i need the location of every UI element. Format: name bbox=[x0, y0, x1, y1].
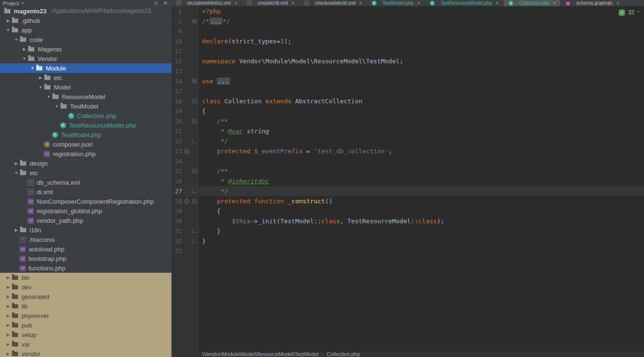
chevron-right-icon[interactable]: ▶ bbox=[5, 285, 11, 289]
close-icon[interactable]: × bbox=[234, 0, 237, 6]
override-gutter-icon[interactable]: ↑ bbox=[184, 149, 189, 154]
tree-item-lib[interactable]: ▶lib bbox=[0, 301, 171, 311]
tree-item-collection-php[interactable]: CCollection.php bbox=[0, 111, 171, 120]
code-text[interactable]: <?php bbox=[198, 8, 221, 15]
editor-line-21[interactable]: 21 * @var string bbox=[171, 126, 644, 136]
editor-line-32[interactable]: 32} bbox=[171, 236, 644, 246]
fold-expand-icon[interactable]: + bbox=[192, 19, 197, 23]
code-text[interactable]: */ bbox=[198, 138, 228, 145]
editor-line-13[interactable]: 13 bbox=[171, 66, 644, 76]
tree-item-autoload-php[interactable]: <?autoload.php bbox=[0, 244, 171, 254]
chevron-right-icon[interactable]: ▶ bbox=[5, 342, 11, 347]
tree-item-vendor[interactable]: ▶vendor bbox=[0, 349, 171, 357]
inspections-widget[interactable]: ✓ 32 ^ bbox=[619, 9, 639, 16]
tree-item-noncomposercomponentregistration-php[interactable]: <?NonComposerComponentRegistration.php bbox=[0, 197, 171, 206]
editor-line-19[interactable]: 19{ bbox=[171, 106, 644, 116]
fold-end-icon[interactable] bbox=[192, 239, 196, 243]
fold-end-icon[interactable] bbox=[192, 139, 196, 143]
fold-collapse-icon[interactable]: − bbox=[192, 199, 197, 203]
tree-item-bin[interactable]: ▶bin bbox=[0, 273, 171, 282]
tree-item-vendor-path-php[interactable]: <?vendor_path.php bbox=[0, 216, 171, 225]
tree-item-phpserver[interactable]: ▶phpserver bbox=[0, 311, 171, 320]
chevron-down-icon[interactable]: ▼ bbox=[53, 104, 60, 109]
tab-testmodel-php[interactable]: CTestModel.php× bbox=[367, 0, 425, 6]
editor-line-14[interactable]: 14+use ... bbox=[171, 76, 644, 86]
tab-schema-graphqls[interactable]: schema.graphqls× bbox=[561, 0, 624, 6]
code-text[interactable]: use ... bbox=[198, 78, 230, 85]
chevron-right-icon[interactable]: ▶ bbox=[5, 323, 11, 327]
tab-collection-php[interactable]: CCollection.php× bbox=[503, 0, 561, 6]
tree-item-generated[interactable]: ▶generated bbox=[0, 292, 171, 301]
code-text[interactable]: } bbox=[198, 228, 221, 235]
editor-line-12[interactable]: 12namespace Vendor\Module\Model\Resource… bbox=[171, 56, 644, 66]
editor-line-25[interactable]: 25− /** bbox=[171, 166, 644, 176]
editor-pane[interactable]: 1<?php2+/*...*/910declare(strict_types=1… bbox=[171, 6, 644, 351]
editor-line-30[interactable]: 30 $this->_init(TestModel::class, TestRe… bbox=[171, 216, 644, 226]
tree-item-testmodel-php[interactable]: CTestModel.php bbox=[0, 130, 171, 139]
editor-line-31[interactable]: 31 } bbox=[171, 226, 644, 236]
tree-item-code[interactable]: ▼code bbox=[0, 35, 171, 44]
code-text[interactable]: /*...*/ bbox=[198, 18, 230, 25]
override-gutter-icon[interactable]: ↑ bbox=[184, 199, 189, 204]
chevron-up-icon[interactable]: ^ bbox=[637, 10, 639, 15]
code-text[interactable]: $this->_init(TestModel::class, TestResou… bbox=[198, 218, 444, 225]
tree-item-setup[interactable]: ▶setup bbox=[0, 330, 171, 339]
chevron-down-icon[interactable]: ▼ bbox=[45, 95, 52, 99]
tree-item-model[interactable]: ▼Model bbox=[0, 82, 171, 92]
editor-line-28[interactable]: 28↑− protected function _construct() bbox=[171, 196, 644, 206]
code-text[interactable]: } bbox=[198, 238, 206, 245]
tab-checkout-etc-di-xml[interactable]: <>checkout/etc/di.xml× bbox=[299, 0, 367, 6]
chevron-down-icon[interactable]: ▼ bbox=[37, 85, 44, 89]
editor-line-18[interactable]: 18−class Collection extends AbstractColl… bbox=[171, 96, 644, 106]
fold-expand-icon[interactable]: + bbox=[192, 79, 197, 83]
tree-item-composer-json[interactable]: ♪composer.json bbox=[0, 139, 171, 149]
tree-item-registration-globlist-php[interactable]: <?registration_globlist.php bbox=[0, 206, 171, 216]
editor-line-24[interactable]: 24 bbox=[171, 156, 644, 166]
tree-item-magento[interactable]: ▶Magento bbox=[0, 44, 171, 54]
editor-line-33[interactable]: 33 bbox=[171, 246, 644, 256]
close-icon[interactable]: × bbox=[417, 0, 420, 6]
code-text[interactable]: /** bbox=[198, 118, 228, 125]
fold-collapse-icon[interactable]: − bbox=[192, 99, 197, 103]
editor-line-26[interactable]: 26 * @inheritdoc bbox=[171, 176, 644, 186]
chevron-right-icon[interactable]: ▶ bbox=[5, 333, 11, 337]
tree-item-github[interactable]: ▶.github bbox=[0, 16, 171, 25]
tree-item-htaccess[interactable]: #.htaccess bbox=[0, 235, 171, 244]
chevron-right-icon[interactable]: ▶ bbox=[13, 161, 20, 166]
editor-line-10[interactable]: 10declare(strict_types=1); bbox=[171, 36, 644, 46]
code-text[interactable]: protected function _construct() bbox=[198, 198, 332, 205]
editor-line-27[interactable]: 27 */ bbox=[171, 186, 644, 196]
tree-item-design[interactable]: ▶design bbox=[0, 159, 171, 168]
editor-line-1[interactable]: 1<?php bbox=[171, 6, 644, 16]
chevron-down-icon[interactable]: ▼ bbox=[13, 171, 20, 175]
code-text[interactable]: */ bbox=[198, 188, 228, 195]
tree-item-registration-php[interactable]: <?registration.php bbox=[0, 149, 171, 159]
close-icon[interactable]: × bbox=[496, 0, 499, 6]
close-icon[interactable]: × bbox=[616, 0, 619, 6]
tree-item-db-schema-xml[interactable]: <>db_schema.xml bbox=[0, 178, 171, 187]
tree-item-vendor[interactable]: ▼Vendor bbox=[0, 54, 171, 63]
tree-item-magento23[interactable]: magento23/Applications/MAMP/htdocs/magen… bbox=[0, 6, 171, 16]
close-icon[interactable]: × bbox=[292, 0, 294, 6]
chevron-right-icon[interactable]: ▶ bbox=[5, 276, 11, 280]
editor-line-9[interactable]: 9 bbox=[171, 26, 644, 36]
fold-end-icon[interactable] bbox=[192, 229, 196, 233]
chevron-down-icon[interactable]: ▼ bbox=[5, 28, 11, 32]
project-panel-title[interactable]: Project bbox=[3, 0, 19, 6]
code-text[interactable]: class Collection extends AbstractCollect… bbox=[198, 98, 362, 105]
tree-item-testmodel[interactable]: ▼TestModel bbox=[0, 101, 171, 111]
editor-line-29[interactable]: 29 { bbox=[171, 206, 644, 216]
chevron-right-icon[interactable]: ▶ bbox=[5, 352, 11, 356]
tree-item-pub[interactable]: ▶pub bbox=[0, 320, 171, 330]
fold-collapse-icon[interactable]: − bbox=[192, 119, 197, 123]
tab-testresourcemodel-php[interactable]: CTestResourceModel.php× bbox=[425, 0, 503, 6]
code-text[interactable]: /** bbox=[198, 168, 228, 175]
breadcrumb-vendor-module-model-resourcemodel-testmodel[interactable]: \Vendor\Module\Model\ResourceModel\TestM… bbox=[202, 351, 318, 357]
chevron-down-icon[interactable]: ▼ bbox=[21, 1, 24, 5]
tree-item-di-xml[interactable]: <>di.xml bbox=[0, 187, 171, 197]
code-text[interactable]: { bbox=[198, 108, 206, 115]
editor-line-2[interactable]: 2+/*...*/ bbox=[171, 16, 644, 26]
tree-item-etc[interactable]: ▼etc bbox=[0, 168, 171, 178]
chevron-down-icon[interactable]: ▼ bbox=[21, 57, 28, 61]
chevron-right-icon[interactable]: ▶ bbox=[21, 47, 28, 51]
